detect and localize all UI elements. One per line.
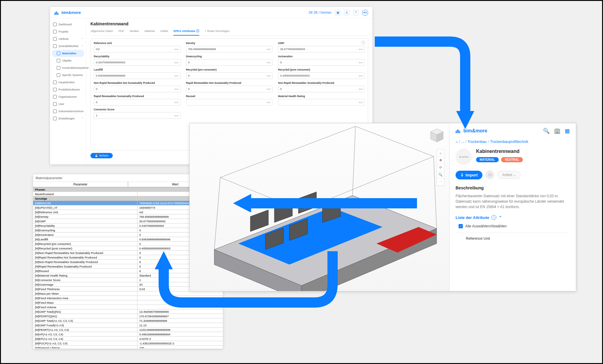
svg-line-19 — [434, 157, 437, 229]
table-row[interactable]: [M]Fixed Intersection Area — [33, 296, 223, 300]
help-icon[interactable]: ? — [353, 10, 358, 15]
table-row[interactable]: [M]Fixed Mass — [33, 300, 223, 305]
checkbox-icon[interactable]: ✓ — [459, 224, 463, 228]
sidebar-item[interactable]: Projekte — [52, 28, 84, 35]
import-button[interactable]: ⇩ Import — [456, 171, 482, 179]
building-icon[interactable]: 🏢 — [554, 128, 560, 134]
select-all[interactable]: ✓ Alle Auswählen/Abwählen — [456, 224, 570, 228]
table-row[interactable]: [M]GWP Total(QNG)13.4825967099999999 — [33, 309, 223, 314]
nav-icon — [53, 44, 57, 48]
sidebar-item[interactable]: Objekte — [52, 57, 84, 64]
text-input[interactable]: text — [278, 99, 365, 106]
field: Densitytext — [186, 42, 273, 52]
apps-icon[interactable]: ▦ — [565, 128, 570, 134]
tab[interactable]: PDF — [118, 29, 124, 36]
view-toolbar: ⌂ ✥ ⟳ 🔍 ⋯ — [437, 149, 444, 186]
text-input[interactable]: text — [94, 46, 181, 52]
sidebar: DashboardProjekteAttribute˅Zentralbiblio… — [50, 18, 86, 164]
sidebar-item[interactable]: Attribute˅ — [52, 35, 84, 43]
text-input[interactable]: text — [186, 59, 273, 66]
field: Incinerationtext — [278, 55, 365, 66]
sidebar-item[interactable]: Organisationen — [52, 93, 84, 100]
tab[interactable]: Allgemeine Daten — [90, 29, 113, 36]
epea-badge: ⊕ EPEA — [456, 149, 472, 165]
text-input[interactable]: text — [186, 86, 273, 92]
svg-rect-0 — [54, 13, 55, 15]
sidebar-item[interactable]: Materialien — [52, 50, 84, 57]
text-input[interactable]: text — [94, 99, 181, 106]
more-icon[interactable]: ⋯ — [437, 179, 444, 186]
table-row[interactable]: [M]GWP Total(A1-A3, C3, C4)71.3299999999… — [33, 318, 223, 323]
sidebar-item[interactable]: Einstellungen˅ — [52, 115, 84, 122]
field: Material Health Ratingtext — [278, 95, 365, 106]
pan-icon[interactable]: ✥ — [437, 157, 444, 164]
table-row[interactable]: [M]AP(A1-A3, C3, C4)0.496169999999999994 — [33, 332, 223, 337]
zoom-icon[interactable]: 🔍 — [437, 171, 444, 179]
search-icon[interactable]: 🔍 — [543, 128, 550, 134]
svg-marker-10 — [250, 210, 268, 232]
sidebar-item[interactable]: Produktstrukturen — [52, 86, 84, 93]
text-input[interactable]: text — [94, 86, 181, 92]
field: Reusedtext — [186, 95, 273, 106]
attr-item[interactable]: Reference Unit — [456, 233, 570, 241]
field-label: Downcycling — [186, 55, 273, 58]
desc-heading: Beschreibung — [456, 185, 570, 190]
text-input[interactable]: text — [94, 59, 181, 66]
nav-icon — [53, 30, 57, 33]
text-input[interactable]: text — [94, 72, 181, 79]
text-input[interactable]: text — [278, 86, 365, 92]
info-icon[interactable]: i — [491, 215, 496, 220]
tab[interactable]: Artikel — [160, 29, 168, 36]
chevron-up-icon: ⌃ — [499, 215, 502, 220]
table-row[interactable]: [M]Fixed Volume — [33, 305, 223, 309]
viewcube-icon[interactable] — [429, 128, 445, 144]
svg-rect-27 — [459, 131, 460, 133]
artikel-dropdown[interactable]: Artikel ⌄ — [497, 171, 521, 179]
table-row[interactable]: [M]PENRT(A1-A3, C3, C4)1103.699999999999… — [33, 328, 223, 332]
table-row[interactable]: [M]Material Lifetime100 — [33, 346, 223, 348]
text-input[interactable]: text — [186, 72, 273, 79]
breadcrumb[interactable]: ⌂/.../Trockenbau/Trockenbauprofiltechnik — [456, 140, 570, 144]
table-row[interactable]: [M]PENRT(QNG)170.672843999999997 — [33, 314, 223, 318]
tab[interactable]: EPEA Attributes ⓘ — [173, 29, 199, 36]
orbit-icon[interactable]: ⟳ — [437, 164, 444, 171]
table-row[interactable]: [M]Mass per Meter — [33, 291, 223, 296]
doc-icon[interactable]: ⎙ — [344, 10, 349, 15]
avatar[interactable]: RS — [362, 10, 368, 16]
sidebar-item[interactable]: Dashboard — [52, 21, 84, 28]
tab[interactable]: Medien — [130, 29, 139, 36]
field: Connector Scoretext — [94, 108, 181, 119]
sidebar-item[interactable]: Dokumentenzentrum — [52, 108, 84, 115]
text-input[interactable]: text — [278, 72, 365, 79]
text-input[interactable]: text — [278, 59, 365, 66]
text-input[interactable]: text — [94, 112, 181, 119]
tab[interactable]: Material — [144, 29, 155, 36]
sidebar-item[interactable]: Konstruktionssysteme — [52, 64, 84, 71]
3d-viewport[interactable]: ⌂ ✥ ⟳ 🔍 ⋯ — [190, 123, 449, 291]
text-input[interactable]: text — [186, 99, 273, 106]
desc-text: Flächenbasierter Datensatz mit einer Sta… — [456, 193, 570, 210]
table-row[interactable]: [M]POCP(A1-A3, C3, C4)-1.435100000000000… — [33, 341, 223, 346]
sidebar-item[interactable]: Specific Systems — [52, 71, 84, 79]
lang-select[interactable]: DE DE / German — [309, 11, 331, 14]
text-input[interactable]: text — [278, 46, 365, 52]
refresh-icon[interactable]: ⟳ — [485, 170, 494, 179]
close-icon[interactable]: × — [361, 40, 365, 45]
tab[interactable]: + Reiter hinzufügen — [205, 29, 230, 36]
field-label: GWP — [278, 42, 365, 45]
grid-icon[interactable]: ▦ — [335, 10, 340, 15]
sidebar-item[interactable]: Hauptstruktur — [52, 79, 84, 86]
table-row[interactable]: [M]EP(A1-A3, C3, C4)4.027E-2 — [33, 337, 223, 341]
table-row[interactable]: [M]GWP Fossil(A1-A3)11.13 — [33, 323, 223, 328]
svg-rect-3 — [57, 12, 58, 15]
tabs: Allgemeine DatenPDFMedienMaterialArtikel… — [90, 29, 368, 36]
sidebar-item[interactable]: User — [52, 100, 84, 108]
attr-list-header[interactable]: Liste der Attributei⌃ — [456, 215, 570, 220]
sidebar-item[interactable]: Zentralbibliothek˄ — [52, 43, 84, 50]
svg-rect-25 — [458, 129, 458, 133]
field: Rapid Renewables Not Sustainably Produce… — [186, 81, 273, 92]
home-icon[interactable]: ⌂ — [437, 150, 444, 157]
save-button[interactable]: 💾 Sichern — [90, 153, 113, 158]
text-input[interactable]: text — [186, 46, 273, 52]
field-label: Density — [186, 42, 273, 45]
